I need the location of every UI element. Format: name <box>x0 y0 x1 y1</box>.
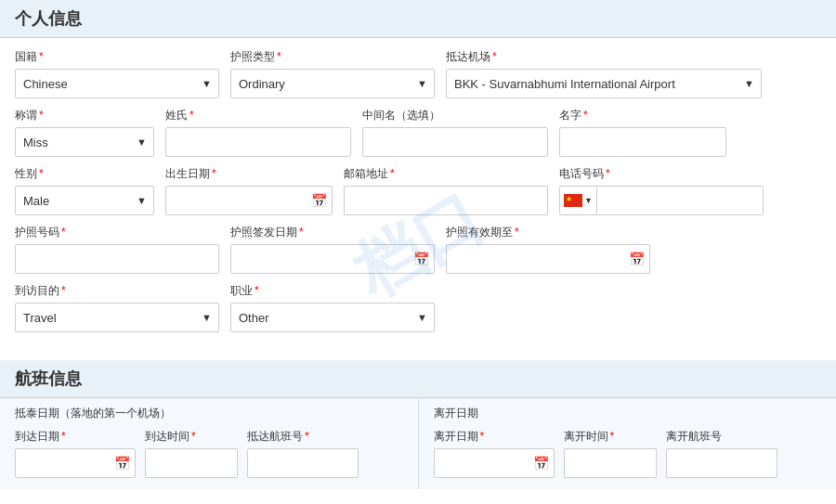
gender-select[interactable]: Male Female <box>15 186 154 215</box>
issue-date-input[interactable]: 24/01/17 <box>230 244 435 274</box>
flight-section-title: 航班信息 <box>15 369 82 388</box>
arrival-date-input[interactable]: 15/10/19 <box>15 448 136 478</box>
nationality-group: 国籍* Chinese Other ▼ <box>15 49 219 98</box>
form-row-2: 称谓* Mr Miss Mrs Dr ▼ 姓氏* Yin <box>15 108 821 157</box>
departure-time-input[interactable]: 12：45 <box>564 448 657 478</box>
flight-departure-row: 离开日期* 25/10/19 📅 离开时间* 12：45 <box>434 429 822 478</box>
expiry-date-input[interactable]: 23/01/27 <box>446 244 650 274</box>
form-row-4: 护照号码* E12345678 护照签发日期* 24/01/17 📅 护照有效期… <box>15 225 821 274</box>
airport-select-wrapper[interactable]: BKK - Suvarnabhumi International Airport… <box>446 69 762 98</box>
gender-label: 性别* <box>15 166 154 182</box>
departure-time-label: 离开时间* <box>564 429 657 445</box>
arrival-date-label: 到达日期* <box>15 429 136 445</box>
expiry-date-group: 护照有效期至* 23/01/27 📅 <box>446 225 650 274</box>
gender-select-wrapper[interactable]: Male Female ▼ <box>15 186 154 215</box>
phone-flag-button[interactable]: ▼ <box>560 187 597 214</box>
lastname-input[interactable]: Yin <box>165 127 351 157</box>
purpose-select-wrapper[interactable]: Travel Business Transit Education ▼ <box>15 303 219 332</box>
firstname-group: 名字* Lee <box>559 108 726 157</box>
expiry-date-label: 护照有效期至* <box>446 225 650 240</box>
occupation-select[interactable]: Other Employee Student Self-employed <box>230 303 435 332</box>
occupation-label: 职业* <box>230 283 435 299</box>
salutation-label: 称谓* <box>15 108 154 123</box>
personal-section-header: 个人信息 <box>0 0 836 38</box>
departure-flight-input[interactable]: TG123 <box>666 448 777 478</box>
arrival-flight-group: 抵达航班号* TG779 <box>247 429 359 478</box>
lastname-label: 姓氏* <box>165 108 351 123</box>
departure-subtitle: 离开日期 <box>434 406 822 421</box>
passport-type-group: 护照类型* Ordinary Official Diplomatic ▼ <box>230 49 435 98</box>
arrival-time-label: 到达时间* <box>145 429 238 445</box>
departure-date-input-wrapper: 25/10/19 📅 <box>434 448 555 478</box>
nationality-label: 国籍* <box>15 49 219 65</box>
form-row-3: 性别* Male Female ▼ 出生日期* 15/08/96 📅 <box>15 166 821 215</box>
form-row-1: 国籍* Chinese Other ▼ 护照类型* Ordinary <box>15 49 821 98</box>
expiry-date-input-wrapper: 23/01/27 📅 <box>446 244 650 274</box>
phone-input[interactable]: 131 2345 6789 <box>597 187 764 214</box>
nationality-select[interactable]: Chinese Other <box>15 69 219 98</box>
passport-no-input[interactable]: E12345678 <box>15 244 219 274</box>
passport-no-label: 护照号码* <box>15 225 219 240</box>
salutation-select[interactable]: Mr Miss Mrs Dr <box>15 127 154 157</box>
flight-arrival: 抵泰日期（落地的第一个机场） 到达日期* 15/10/19 📅 到达时 <box>0 398 419 489</box>
airport-group: 抵达机场* BKK - Suvarnabhumi International A… <box>446 49 762 98</box>
form-row-5: 到访目的* Travel Business Transit Education … <box>15 283 821 332</box>
flight-section-header: 航班信息 <box>0 360 836 398</box>
arrival-date-group: 到达日期* 15/10/19 📅 <box>15 429 136 478</box>
phone-group: 电话号码* ▼ 131 2345 6789 <box>559 166 764 215</box>
salutation-group: 称谓* Mr Miss Mrs Dr ▼ <box>15 108 154 157</box>
phone-wrapper: ▼ 131 2345 6789 <box>559 186 764 215</box>
lastname-group: 姓氏* Yin <box>165 108 351 157</box>
passport-type-select[interactable]: Ordinary Official Diplomatic <box>230 69 435 98</box>
email-input[interactable]: Yin_lee@gmail.com <box>344 186 548 215</box>
email-label: 邮箱地址* <box>344 166 548 182</box>
passport-type-label: 护照类型* <box>230 49 435 65</box>
occupation-group: 职业* Other Employee Student Self-employed… <box>230 283 435 332</box>
firstname-label: 名字* <box>559 108 726 123</box>
firstname-input[interactable]: Lee <box>559 127 726 157</box>
personal-section-body: 国籍* Chinese Other ▼ 护照类型* Ordinary <box>0 38 836 356</box>
departure-time-group: 离开时间* 12：45 <box>564 429 657 478</box>
departure-flight-group: 离开航班号 TG123 <box>666 429 777 478</box>
passport-type-select-wrapper[interactable]: Ordinary Official Diplomatic ▼ <box>230 69 435 98</box>
purpose-group: 到访目的* Travel Business Transit Education … <box>15 283 219 332</box>
phone-label: 电话号码* <box>559 166 764 182</box>
gender-group: 性别* Male Female ▼ <box>15 166 154 215</box>
middlename-label: 中间名（选填） <box>362 108 548 123</box>
departure-date-group: 离开日期* 25/10/19 📅 <box>434 429 555 478</box>
departure-date-label: 离开日期* <box>434 429 555 445</box>
arrival-flight-input[interactable]: TG779 <box>247 448 359 478</box>
salutation-select-wrapper[interactable]: Mr Miss Mrs Dr ▼ <box>15 127 154 157</box>
china-flag-icon <box>564 194 582 207</box>
arrival-time-group: 到达时间* 18：15 <box>145 429 238 478</box>
dob-input-wrapper: 15/08/96 📅 <box>165 186 333 215</box>
personal-section-title: 个人信息 <box>15 9 82 28</box>
purpose-label: 到访目的* <box>15 283 219 299</box>
middlename-group: 中间名（选填） - <box>362 108 548 157</box>
dob-label: 出生日期* <box>165 166 333 182</box>
departure-flight-label: 离开航班号 <box>666 429 777 445</box>
issue-date-group: 护照签发日期* 24/01/17 📅 <box>230 225 435 274</box>
issue-date-label: 护照签发日期* <box>230 225 435 240</box>
flight-arrival-row: 到达日期* 15/10/19 📅 到达时间* 18：15 <box>15 429 403 478</box>
flight-departure: 离开日期 离开日期* 25/10/19 📅 离开时间* <box>419 398 837 489</box>
arrival-date-input-wrapper: 15/10/19 📅 <box>15 448 136 478</box>
phone-country-arrow-icon: ▼ <box>584 196 593 205</box>
arrival-time-input[interactable]: 18：15 <box>145 448 238 478</box>
middlename-input[interactable]: - <box>362 127 548 157</box>
page-wrapper: 档口 个人信息 国籍* Chinese Other ▼ <box>0 0 836 489</box>
occupation-select-wrapper[interactable]: Other Employee Student Self-employed ▼ <box>230 303 435 332</box>
flight-subsection: 抵泰日期（落地的第一个机场） 到达日期* 15/10/19 📅 到达时 <box>0 398 836 489</box>
dob-group: 出生日期* 15/08/96 📅 <box>165 166 333 215</box>
issue-date-input-wrapper: 24/01/17 📅 <box>230 244 435 274</box>
passport-no-group: 护照号码* E12345678 <box>15 225 219 274</box>
dob-input[interactable]: 15/08/96 <box>165 186 333 215</box>
arrival-flight-label: 抵达航班号* <box>247 429 359 445</box>
flight-section-body: 抵泰日期（落地的第一个机场） 到达日期* 15/10/19 📅 到达时 <box>0 398 836 489</box>
airport-label: 抵达机场* <box>446 49 762 65</box>
purpose-select[interactable]: Travel Business Transit Education <box>15 303 219 332</box>
departure-date-input[interactable]: 25/10/19 <box>434 448 555 478</box>
arrival-subtitle: 抵泰日期（落地的第一个机场） <box>15 406 403 421</box>
nationality-select-wrapper[interactable]: Chinese Other ▼ <box>15 69 219 98</box>
airport-select[interactable]: BKK - Suvarnabhumi International Airport… <box>446 69 762 98</box>
